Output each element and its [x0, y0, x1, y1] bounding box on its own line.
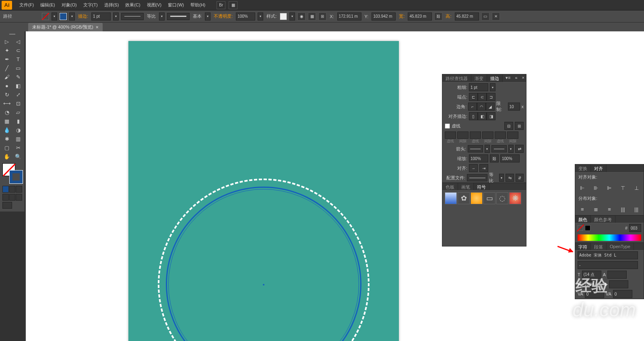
menu-file[interactable]: 文件(F): [16, 0, 37, 10]
limit-input[interactable]: [508, 103, 520, 111]
symbol-sprayer-tool[interactable]: ✱: [1, 134, 12, 143]
transform-icon[interactable]: ⊞: [318, 12, 326, 21]
draw-behind-btn[interactable]: [9, 194, 16, 201]
recolor-icon[interactable]: ◉: [297, 12, 305, 21]
dist-left-btn[interactable]: |||: [619, 205, 627, 213]
weight-input[interactable]: [469, 83, 488, 91]
transform-tab[interactable]: 变换: [575, 164, 591, 172]
dash-align-btn[interactable]: ⊞: [515, 122, 524, 130]
profile-dropdown[interactable]: ▾: [159, 12, 165, 21]
width-tool[interactable]: ⟷: [1, 99, 12, 108]
stroke-indicator[interactable]: [10, 170, 23, 183]
slice-tool[interactable]: ✂: [12, 143, 24, 152]
gradient-tab[interactable]: 渐变: [471, 74, 487, 82]
symbol-4[interactable]: ▭: [483, 192, 495, 204]
color-stroke-swatch[interactable]: [585, 225, 590, 231]
artboard-tool[interactable]: ▢: [1, 143, 12, 152]
brushes-tab[interactable]: 画笔: [458, 183, 474, 190]
blend-tool[interactable]: ◑: [12, 125, 24, 134]
dash-3[interactable]: [495, 131, 506, 139]
lasso-tool[interactable]: ⊂: [12, 46, 24, 55]
hex-input[interactable]: [629, 224, 641, 232]
stroke-swatch[interactable]: [60, 13, 67, 20]
align-right-btn[interactable]: ⊫: [605, 184, 613, 191]
scale-start-input[interactable]: [469, 154, 488, 162]
document-tab[interactable]: 未标题-1* @ 400% (RGB/预览) ×: [28, 23, 103, 31]
dash-checkbox[interactable]: [445, 123, 450, 129]
dash-2[interactable]: [470, 131, 481, 139]
fill-dropdown[interactable]: ▾: [52, 12, 57, 21]
stroke-weight-dropdown[interactable]: ▾: [113, 12, 119, 21]
free-transform-tool[interactable]: ⊡: [12, 99, 24, 108]
opentype-tab[interactable]: OpenType: [607, 243, 634, 250]
profile-select[interactable]: [467, 174, 487, 181]
align-icon[interactable]: ▦: [308, 12, 316, 21]
selection-tool[interactable]: ▷: [1, 37, 12, 46]
panel-close-icon[interactable]: ×: [520, 74, 526, 82]
arrow-align-1[interactable]: →: [469, 164, 478, 172]
draw-inside-btn[interactable]: [16, 194, 22, 201]
type-tool[interactable]: T: [12, 55, 24, 64]
color-tab[interactable]: 颜色: [575, 216, 591, 223]
character-tab[interactable]: 字符: [575, 243, 591, 250]
menu-edit[interactable]: 编辑(E): [37, 0, 58, 10]
align-hcenter-btn[interactable]: ⊪: [592, 184, 600, 191]
swap-arrows-btn[interactable]: ⇄: [515, 145, 524, 153]
rectangle-tool[interactable]: ▭: [12, 64, 24, 72]
pathfinder-tab[interactable]: 路径查找器: [442, 74, 471, 82]
magic-wand-tool[interactable]: ✦: [1, 46, 12, 55]
stroke-dropdown[interactable]: ▾: [69, 12, 75, 21]
gap-3[interactable]: [507, 131, 518, 139]
screen-mode-btn[interactable]: [2, 202, 12, 209]
hand-tool[interactable]: ✋: [1, 152, 12, 161]
corner-bevel-btn[interactable]: ◢: [486, 103, 495, 111]
mesh-tool[interactable]: ▦: [1, 117, 12, 125]
h-input[interactable]: [455, 12, 479, 21]
color-spectrum[interactable]: [578, 234, 641, 241]
arrow-start-dropdown[interactable]: ▾: [485, 145, 490, 153]
corner-miter-btn[interactable]: ⌐: [468, 103, 477, 111]
align-center-btn[interactable]: ▯: [469, 112, 478, 120]
canvas[interactable]: [26, 31, 644, 341]
menu-window[interactable]: 窗口(W): [165, 0, 187, 10]
symbol-6[interactable]: ❋: [509, 192, 521, 204]
line-tool[interactable]: ╱: [1, 64, 12, 72]
y-input[interactable]: [372, 12, 396, 21]
style-swatch[interactable]: [280, 13, 287, 20]
align-vcenter-btn[interactable]: ⊥: [632, 184, 640, 191]
scale-tool[interactable]: ⤢: [12, 90, 24, 99]
menu-view[interactable]: 视图(V): [144, 0, 165, 10]
bridge-icon[interactable]: Br: [217, 1, 225, 9]
menu-select[interactable]: 选择(S): [101, 0, 122, 10]
gradient-tool[interactable]: ▮: [12, 117, 24, 125]
tracking-input[interactable]: [613, 290, 632, 298]
dash-1[interactable]: [445, 131, 456, 139]
weight-dropdown[interactable]: ▾: [490, 83, 495, 91]
w-input[interactable]: [408, 12, 432, 21]
panel-collapse-icon[interactable]: «: [513, 74, 519, 82]
align-outside-btn[interactable]: ◨: [487, 112, 495, 120]
arrow-end[interactable]: [491, 145, 507, 152]
color-fill-swatch[interactable]: [578, 225, 583, 231]
scale-end-input[interactable]: [500, 154, 520, 162]
flip-x-btn[interactable]: ⇋: [506, 174, 514, 182]
blob-brush-tool[interactable]: ●: [1, 81, 12, 90]
cap-round-btn[interactable]: ⊂: [478, 93, 487, 101]
fill-swatch[interactable]: [42, 13, 49, 20]
eraser-tool[interactable]: ◧: [12, 81, 24, 90]
opacity-dropdown[interactable]: ▾: [258, 12, 263, 21]
pen-tool[interactable]: ✒: [1, 55, 12, 64]
dist-bottom-btn[interactable]: ≡: [605, 205, 613, 213]
panel-menu-icon[interactable]: ▾≡: [504, 74, 512, 82]
symbol-1[interactable]: [445, 192, 457, 204]
menu-object[interactable]: 对象(O): [58, 0, 80, 10]
perspective-tool[interactable]: ▱: [12, 108, 24, 117]
cap-square-btn[interactable]: ⊐: [487, 93, 495, 101]
symbol-3[interactable]: [471, 192, 483, 204]
menu-type[interactable]: 文字(T): [80, 0, 101, 10]
stroke-tab[interactable]: 描边: [487, 74, 503, 82]
align-top-btn[interactable]: ⊤: [619, 184, 627, 191]
arrow-end-dropdown[interactable]: ▾: [508, 145, 514, 153]
none-mode-btn[interactable]: [16, 186, 22, 193]
fill-stroke-indicator[interactable]: [2, 163, 23, 183]
